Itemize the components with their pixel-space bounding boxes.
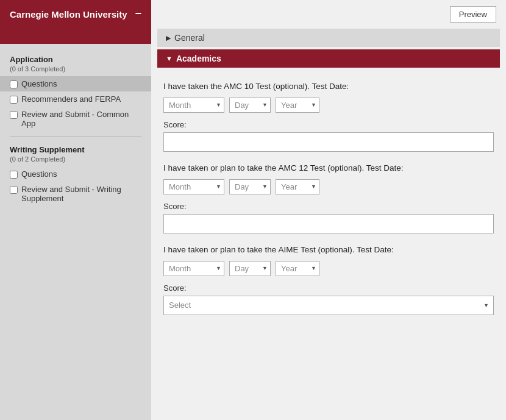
application-section-sublabel: (0 of 3 Completed) (0, 65, 151, 76)
amc10-day-wrapper: Day (229, 98, 271, 113)
application-section-label: Application (0, 51, 151, 65)
amc12-score-label: Score: (163, 202, 494, 211)
sidebar-item-app-review[interactable]: Review and Submit - Common App (0, 107, 151, 131)
amc12-month-select[interactable]: Month (163, 179, 224, 194)
app-recommenders-checkbox[interactable] (10, 96, 18, 104)
topbar: Preview (151, 0, 506, 29)
academics-section-bar[interactable]: ▼ Academics (157, 49, 500, 68)
amc10-month-select[interactable]: Month (163, 98, 224, 113)
amc10-question: I have taken the AMC 10 Test (optional).… (163, 81, 494, 93)
amc10-month-wrapper: Month (163, 98, 224, 113)
ws-questions-label: Questions (21, 169, 57, 179)
amc12-month-wrapper: Month (163, 179, 224, 194)
sidebar-divider (10, 136, 141, 137)
app-review-label: Review and Submit - Common App (21, 110, 141, 128)
general-section-arrow: ▶ (166, 34, 171, 42)
main-content: Preview ▶ General ▼ Academics I have tak… (151, 0, 506, 420)
app-recommenders-label: Recommenders and FERPA (21, 94, 121, 104)
general-section-bar[interactable]: ▶ General (157, 29, 500, 47)
amc10-score-input[interactable] (163, 132, 494, 152)
sidebar: Carnegie Mellon University − Application… (0, 0, 151, 420)
sidebar-item-app-questions[interactable]: Questions (0, 76, 151, 91)
amc12-score-input[interactable] (163, 214, 494, 233)
aime-score-label: Score: (163, 283, 494, 293)
preview-button[interactable]: Preview (450, 6, 496, 23)
form-content: I have taken the AMC 10 Test (optional).… (151, 70, 506, 420)
amc12-day-wrapper: Day (229, 179, 271, 194)
aime-year-select[interactable]: Year (276, 261, 319, 276)
amc12-question: I have taken or plan to take the AMC 12 … (163, 163, 494, 174)
sidebar-minimize-button[interactable]: − (135, 7, 141, 20)
amc12-year-wrapper: Year (276, 179, 319, 194)
sidebar-school-name: Carnegie Mellon University (10, 9, 127, 21)
amc10-date-row: Month Day Year (163, 98, 494, 113)
sidebar-content: Application (0 of 3 Completed) Questions… (0, 44, 151, 420)
aime-question: I have taken or plan to take the AIME Te… (163, 244, 494, 256)
academics-section-label: Academics (176, 54, 221, 63)
sidebar-item-ws-questions[interactable]: Questions (0, 166, 151, 182)
sidebar-item-ws-review[interactable]: Review and Submit - Writing Supplement (0, 182, 151, 206)
amc10-score-label: Score: (163, 120, 494, 129)
amc10-year-select[interactable]: Year (276, 98, 319, 113)
general-section-label: General (174, 33, 205, 43)
aime-date-row: Month Day Year (163, 261, 494, 276)
ws-review-label: Review and Submit - Writing Supplement (21, 185, 141, 203)
amc12-date-row: Month Day Year (163, 179, 494, 194)
sidebar-header: Carnegie Mellon University − (0, 0, 151, 44)
aime-month-select[interactable]: Month (163, 261, 224, 276)
aime-day-wrapper: Day (229, 261, 271, 276)
academics-section-arrow: ▼ (166, 55, 173, 62)
amc10-year-wrapper: Year (276, 98, 319, 113)
aime-score-select-wrapper: Select (163, 296, 494, 315)
ws-review-checkbox[interactable] (10, 186, 18, 194)
aime-score-select[interactable]: Select (163, 296, 494, 315)
amc12-year-select[interactable]: Year (276, 179, 319, 194)
app-questions-checkbox[interactable] (10, 80, 18, 88)
aime-year-wrapper: Year (276, 261, 319, 276)
writing-section-label: Writing Supplement (0, 141, 151, 155)
app-questions-label: Questions (21, 79, 57, 88)
aime-month-wrapper: Month (163, 261, 224, 276)
sidebar-item-app-recommenders[interactable]: Recommenders and FERPA (0, 91, 151, 107)
writing-section-sublabel: (0 of 2 Completed) (0, 155, 151, 166)
aime-day-select[interactable]: Day (229, 261, 271, 276)
app-review-checkbox[interactable] (10, 111, 18, 119)
ws-questions-checkbox[interactable] (10, 171, 18, 179)
amc10-day-select[interactable]: Day (229, 98, 271, 113)
amc12-day-select[interactable]: Day (229, 179, 271, 194)
